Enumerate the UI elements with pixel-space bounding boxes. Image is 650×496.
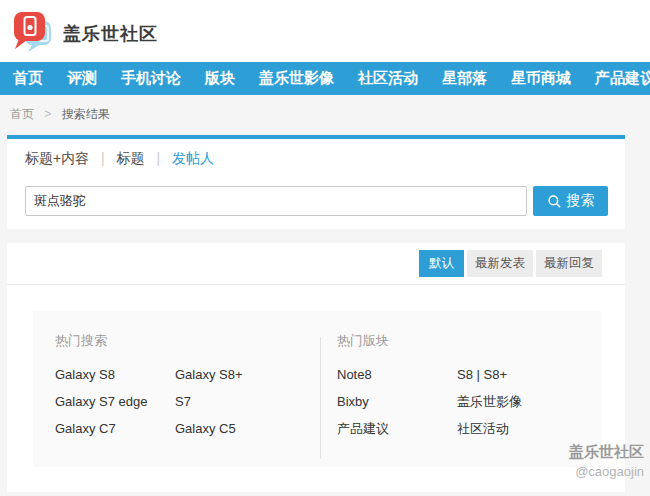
hot-search-link[interactable]: S7 xyxy=(175,395,320,409)
hot-search-grid: Galaxy S8 Galaxy S8+ Galaxy S7 edge S7 G… xyxy=(55,368,320,436)
hot-links-box: 热门搜索 Galaxy S8 Galaxy S8+ Galaxy S7 edge… xyxy=(33,311,602,467)
nav-item-galaxy-gallery[interactable]: 盖乐世影像 xyxy=(259,69,334,88)
breadcrumb-home[interactable]: 首页 xyxy=(10,107,34,121)
search-scope-tabs: 标题+内容 | 标题 | 发帖人 xyxy=(25,150,214,168)
main-nav: 首页 评测 手机讨论 版块 盖乐世影像 社区活动 星部落 星币商城 产品建议 xyxy=(0,62,650,95)
nav-item-community-events[interactable]: 社区活动 xyxy=(358,69,418,88)
search-row: 搜索 xyxy=(25,186,608,216)
site-logo[interactable]: 盖乐世社区 xyxy=(13,11,158,57)
nav-item-star-tribe[interactable]: 星部落 xyxy=(442,69,487,88)
scope-separator: | xyxy=(101,150,105,166)
hot-search-link[interactable]: Galaxy S8 xyxy=(55,368,175,382)
results-panel: 默认 最新发表 最新回复 热门搜索 Galaxy S8 Galaxy S8+ G… xyxy=(7,243,625,492)
hot-forums-grid: Note8 S8 | S8+ Bixby 盖乐世影像 产品建议 社区活动 xyxy=(337,368,602,436)
hot-forum-link[interactable]: 盖乐世影像 xyxy=(457,395,602,409)
logo-speech-bubbles-icon xyxy=(13,11,53,57)
breadcrumb-separator: > xyxy=(44,107,51,121)
breadcrumb: 首页 > 搜索结果 xyxy=(10,106,110,123)
sort-tab-latest-replies[interactable]: 最新回复 xyxy=(536,250,602,277)
hot-forum-link[interactable]: Note8 xyxy=(337,368,457,382)
hot-forum-link[interactable]: S8 | S8+ xyxy=(457,368,602,382)
search-input[interactable] xyxy=(25,186,527,216)
scope-title-content[interactable]: 标题+内容 xyxy=(25,150,89,166)
watermark-author: @caogaojin xyxy=(569,464,644,479)
search-icon xyxy=(547,194,562,209)
nav-item-star-coin-mall[interactable]: 星币商城 xyxy=(511,69,571,88)
panel-divider xyxy=(7,284,625,285)
nav-item-home[interactable]: 首页 xyxy=(13,69,43,88)
watermark: 盖乐世社区 @caogaojin xyxy=(569,443,644,479)
sort-tab-default[interactable]: 默认 xyxy=(419,250,464,277)
watermark-brand: 盖乐世社区 xyxy=(569,443,644,462)
sort-tabs: 默认 最新发表 最新回复 xyxy=(419,250,602,277)
scope-author[interactable]: 发帖人 xyxy=(172,150,214,166)
scope-separator: | xyxy=(157,150,161,166)
breadcrumb-current: 搜索结果 xyxy=(62,107,110,121)
vertical-divider xyxy=(320,337,321,459)
hot-search-link[interactable]: Galaxy S7 edge xyxy=(55,395,175,409)
hot-search-section: 热门搜索 Galaxy S8 Galaxy S8+ Galaxy S7 edge… xyxy=(33,311,320,467)
site-header: 盖乐世社区 xyxy=(0,0,650,62)
search-panel: 标题+内容 | 标题 | 发帖人 搜索 xyxy=(7,135,625,229)
sort-tab-latest-posts[interactable]: 最新发表 xyxy=(467,250,533,277)
hot-search-link[interactable]: Galaxy C5 xyxy=(175,422,320,436)
hot-forum-link[interactable]: 社区活动 xyxy=(457,422,602,436)
brand-title: 盖乐世社区 xyxy=(63,22,158,46)
hot-search-link[interactable]: Galaxy C7 xyxy=(55,422,175,436)
hot-forums-title: 热门版块 xyxy=(337,332,602,350)
hot-search-link[interactable]: Galaxy S8+ xyxy=(175,368,320,382)
hot-forum-link[interactable]: 产品建议 xyxy=(337,422,457,436)
nav-item-product-suggestions[interactable]: 产品建议 xyxy=(595,69,650,88)
nav-item-forums[interactable]: 版块 xyxy=(205,69,235,88)
hot-search-title: 热门搜索 xyxy=(55,332,320,350)
search-button[interactable]: 搜索 xyxy=(533,186,608,216)
search-button-label: 搜索 xyxy=(567,192,595,210)
scope-title[interactable]: 标题 xyxy=(117,150,145,166)
nav-item-phone-discussion[interactable]: 手机讨论 xyxy=(121,69,181,88)
hot-forum-link[interactable]: Bixby xyxy=(337,395,457,409)
hot-forums-section: 热门版块 Note8 S8 | S8+ Bixby 盖乐世影像 产品建议 社区活… xyxy=(320,311,602,467)
nav-item-reviews[interactable]: 评测 xyxy=(67,69,97,88)
